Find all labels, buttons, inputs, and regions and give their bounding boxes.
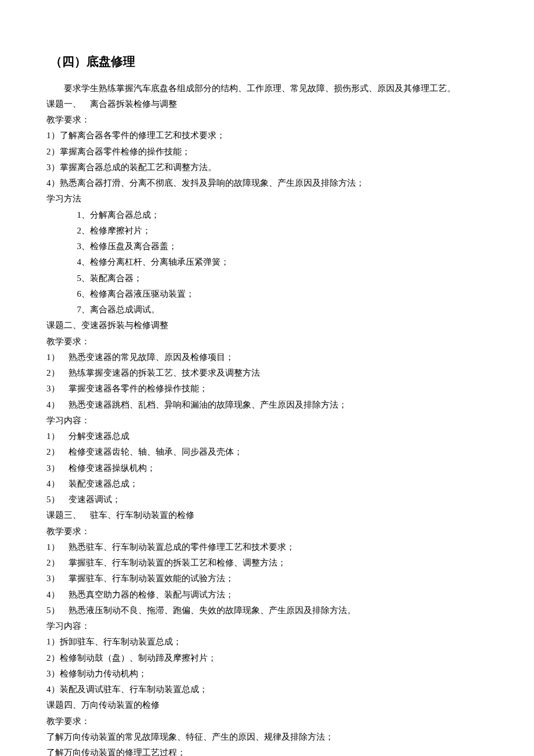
topic1-req-item: 2）掌握离合器零件检修的操作技能； bbox=[46, 145, 488, 159]
topic1-method-item: 5、装配离合器； bbox=[46, 272, 488, 285]
topic3-content-label: 学习内容： bbox=[46, 620, 488, 633]
topic2-req-item: 2） 熟练掌握变速器的拆装工艺、技术要求及调整方法 bbox=[46, 366, 488, 380]
topic3-req-item: 1） 熟悉驻车、行车制动装置总成的零件修理工艺和技术要求； bbox=[46, 541, 488, 554]
topic2-content-item: 2） 检修变速器齿轮、轴、轴承、同步器及壳体； bbox=[46, 445, 488, 459]
topic2-req-item: 4） 熟悉变速器跳档、乱档、异响和漏油的故障现象、产生原因及排除方法； bbox=[46, 398, 488, 412]
topic1-req-item: 3）掌握离合器总成的装配工艺和调整方法。 bbox=[46, 161, 488, 174]
topic1-method-item: 7、离合器总成调试。 bbox=[46, 303, 488, 316]
topic1-req-item: 1）了解离合器各零件的修理工艺和技术要求； bbox=[46, 129, 488, 142]
topic4-req-item: 了解万向传动装置的修理工艺过程； bbox=[46, 746, 488, 756]
topic1-req-item: 4）熟悉离合器打滑、分离不彻底、发抖及异响的故障现象、产生原因及排除方法； bbox=[46, 177, 488, 190]
topic4-req-label: 教学要求： bbox=[46, 715, 488, 728]
topic3-content-item: 2）检修制动鼓（盘）、制动蹄及摩擦衬片； bbox=[46, 651, 488, 665]
topic3-req-item: 5） 熟悉液压制动不良、拖滞、跑偏、失效的故障现象、产生原因及排除方法。 bbox=[46, 604, 488, 617]
topic1-req-label: 教学要求： bbox=[46, 113, 488, 127]
topic1-title: 课题一、 离合器拆装检修与调整 bbox=[46, 98, 488, 111]
topic3-req-item: 4） 熟悉真空助力器的检修、装配与调试方法； bbox=[46, 588, 488, 602]
intro-paragraph: 要求学生熟练掌握汽车底盘各组成部分的结构、工作原理、常见故障、损伤形式、原因及其… bbox=[46, 82, 488, 95]
topic1-method-item: 4、检修分离杠杆、分离轴承压紧弹簧； bbox=[46, 255, 488, 269]
topic3-content-item: 4）装配及调试驻车、行车制动装置总成； bbox=[46, 683, 488, 696]
topic1-method-item: 3、检修压盘及离合器盖； bbox=[46, 240, 488, 253]
topic3-req-item: 2） 掌握驻车、行车制动装置的拆装工艺和检修、调整方法； bbox=[46, 556, 488, 570]
topic3-content-item: 3）检修制动力传动机构； bbox=[46, 667, 488, 681]
topic1-method-label: 学习方法 bbox=[46, 192, 488, 206]
topic1-method-item: 2、检修摩擦衬片； bbox=[46, 224, 488, 237]
topic4-req-item: 了解万向传动装置的常见故障现象、特征、产生的原因、规律及排除方法； bbox=[46, 730, 488, 744]
topic4-title: 课题四、万向传动装置的检修 bbox=[46, 699, 488, 712]
section-heading: （四）底盘修理 bbox=[50, 52, 488, 71]
topic3-req-item: 3） 掌握驻车、行车制动装置效能的试验方法； bbox=[46, 572, 488, 585]
topic2-req-item: 3） 掌握变速器各零件的检修操作技能； bbox=[46, 382, 488, 395]
topic2-req-item: 1） 熟悉变速器的常见故障、原因及检修项目； bbox=[46, 351, 488, 364]
topic2-content-item: 5） 变速器调试； bbox=[46, 493, 488, 506]
topic2-title: 课题二、变速器拆装与检修调整 bbox=[46, 319, 488, 332]
topic1-method-item: 6、检修离合器液压驱动装置； bbox=[46, 287, 488, 301]
topic1-method-item: 1、分解离合器总成； bbox=[46, 208, 488, 222]
topic2-content-item: 3） 检修变速器操纵机构； bbox=[46, 462, 488, 475]
topic2-req-label: 教学要求： bbox=[46, 335, 488, 348]
topic3-req-label: 教学要求： bbox=[46, 525, 488, 538]
topic3-content-item: 1）拆卸驻车、行车制动装置总成； bbox=[46, 635, 488, 649]
topic2-content-label: 学习内容： bbox=[46, 414, 488, 427]
topic2-content-item: 4） 装配变速器总成； bbox=[46, 477, 488, 491]
topic2-content-item: 1） 分解变速器总成 bbox=[46, 430, 488, 443]
topic3-title: 课题三、 驻车、行车制动装置的检修 bbox=[46, 509, 488, 522]
